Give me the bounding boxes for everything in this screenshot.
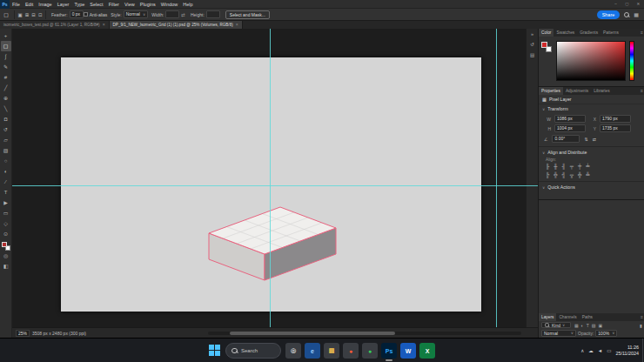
menu-item-window[interactable]: Window [158,0,181,9]
menu-item-layer[interactable]: Layer [55,0,72,9]
distribute-middle-icon[interactable]: ╬ [578,172,581,178]
hue-slider[interactable] [629,41,634,81]
whatsapp-app-icon[interactable]: ● [362,343,378,359]
align-bottom-icon[interactable]: ╧ [586,164,589,169]
align-center-v-icon[interactable]: ╪ [578,164,581,169]
minimize-button[interactable]: – [610,0,621,9]
tab-close-icon[interactable]: × [236,21,238,29]
new-selection-icon[interactable]: ▣ [17,12,23,17]
align-distribute-header[interactable]: Align and Distribute [547,150,587,155]
screen-mode-icon[interactable]: ◧ [1,261,11,272]
healing-brush-tool[interactable]: ⊕ [1,93,11,104]
align-top-icon[interactable]: ╤ [570,164,574,169]
taskbar-search[interactable]: Search [225,343,281,359]
shape-tool[interactable]: ▭ [1,208,11,218]
tab-patterns[interactable]: Patterns [600,29,621,37]
history-brush-tool[interactable]: ↺ [1,124,11,135]
crop-tool[interactable]: # [1,72,11,83]
battery-icon[interactable]: ▭ [607,348,611,353]
style-dropdown[interactable]: Normal∨ [124,10,148,18]
tab-properties[interactable]: Properties [539,87,563,95]
width-field[interactable] [165,10,179,18]
antialias-checkbox[interactable] [84,12,88,17]
quick-selection-tool[interactable]: ✎ [1,62,11,72]
excel-app-icon[interactable]: X [419,343,435,359]
distribute-bottom-icon[interactable]: ╩ [586,172,589,178]
search-icon[interactable] [624,12,629,17]
workspace-switcher-icon[interactable]: ▦ [634,11,639,17]
taskbar-clock[interactable]: 11:26 25/11/2024 [615,345,639,357]
settings-app-icon[interactable]: ◎ [285,343,301,359]
blur-tool[interactable]: ○ [1,156,11,166]
panel-menu-icon[interactable]: ≡ [639,313,644,321]
canvas-area[interactable]: 25% 3508 px x 2480 px (300 ppi) [12,29,538,338]
gradient-tool[interactable]: ▨ [1,145,11,156]
swap-dimensions-icon[interactable]: ⇄ [181,12,185,17]
start-button[interactable] [209,345,221,357]
panel-menu-icon[interactable]: ≡ [639,29,644,37]
pen-tool[interactable]: ∕ [1,177,11,187]
add-selection-icon[interactable]: ⊞ [23,12,30,17]
path-select-tool[interactable]: ▶ [1,198,11,208]
eraser-tool[interactable]: ▱ [1,135,11,145]
volume-icon[interactable]: ◄ [598,348,602,353]
intersect-selection-icon[interactable]: ⊡ [37,12,44,17]
color-swatches[interactable] [2,242,10,251]
tab-close-icon[interactable]: × [103,21,105,29]
tab-adjustments[interactable]: Adjustments [563,87,591,95]
document-tab[interactable]: isometric_boxes_test.psd @ 61.1% (Layer … [0,21,110,29]
filter-pixel-icon[interactable]: ▦ [574,323,579,328]
tab-libraries[interactable]: Libraries [591,87,612,95]
zoom-tool[interactable]: ⊙ [1,229,11,239]
menu-item-plugins[interactable]: Plugins [138,0,158,9]
foreground-color-swatch[interactable] [2,242,7,247]
tab-paths[interactable]: Paths [580,313,595,321]
brush-tool[interactable]: ╲ [1,104,11,114]
menu-item-file[interactable]: File [10,0,23,9]
type-tool[interactable]: T [1,187,11,198]
marquee-tool[interactable]: ▢ [1,41,11,51]
document-tab[interactable]: DP_9/1_NEW_Isometric_Grid (1) (1).psd @ … [110,21,243,29]
share-button[interactable]: Share [597,10,621,19]
quick-actions-header[interactable]: Quick Actions [547,184,574,190]
align-center-h-icon[interactable]: ╫ [553,164,557,169]
menu-item-type[interactable]: Type [71,0,87,9]
quick-mask-icon[interactable]: ◎ [1,251,11,261]
word-app-icon[interactable]: W [400,343,416,359]
dodge-tool[interactable]: ◐ [1,166,11,177]
tab-gradients[interactable]: Gradients [577,29,600,37]
distribute-top-icon[interactable]: ╦ [570,172,574,178]
color-saturation-picker[interactable] [556,41,626,81]
hand-tool[interactable]: ◇ [1,218,11,229]
transform-width-field[interactable]: 1086 px [554,115,586,123]
rotate-angle-field[interactable]: 0.00° [552,135,580,143]
eyedropper-tool[interactable]: ╱ [1,83,11,93]
move-tool[interactable]: + [1,30,11,41]
filter-smart-icon[interactable]: ▣ [599,323,603,328]
canvas-horizontal-scrollbar[interactable] [208,332,521,335]
transform-section-header[interactable]: Transform [547,106,567,111]
transform-x-field[interactable]: 1790 px [600,115,631,123]
select-and-mask-button[interactable]: Select and Mask... [225,10,270,19]
history-icon[interactable]: ↺ [530,42,534,47]
menu-item-filter[interactable]: Filter [106,0,122,9]
menu-item-view[interactable]: View [122,0,138,9]
tab-channels[interactable]: Channels [556,313,579,321]
filter-toggle-icon[interactable]: ▮ [640,323,642,328]
tab-swatches[interactable]: Swatches [553,29,577,37]
feather-field[interactable]: 0 px [70,10,84,18]
vertical-guide-right[interactable] [496,29,497,327]
panel-color-chips[interactable] [541,42,552,52]
menu-item-edit[interactable]: Edit [23,0,36,9]
panel-menu-icon[interactable]: ≡ [639,87,644,95]
browser-app-icon[interactable]: ● [343,343,359,359]
cloud-icon[interactable]: ☁ [588,348,594,353]
distribute-h-icon[interactable]: ╠ [546,172,549,178]
lasso-tool[interactable]: ∫ [1,51,11,62]
chevron-up-icon[interactable]: ∧ [580,348,584,353]
flip-horizontal-icon[interactable]: ⇄ [593,137,596,142]
maximize-button[interactable]: ▢ [621,0,633,9]
layer-filter-kind[interactable]: Kind ∨ [541,322,571,328]
filter-adjustment-icon[interactable]: ◐ [581,323,584,328]
libraries-icon[interactable]: ▤ [530,52,534,57]
